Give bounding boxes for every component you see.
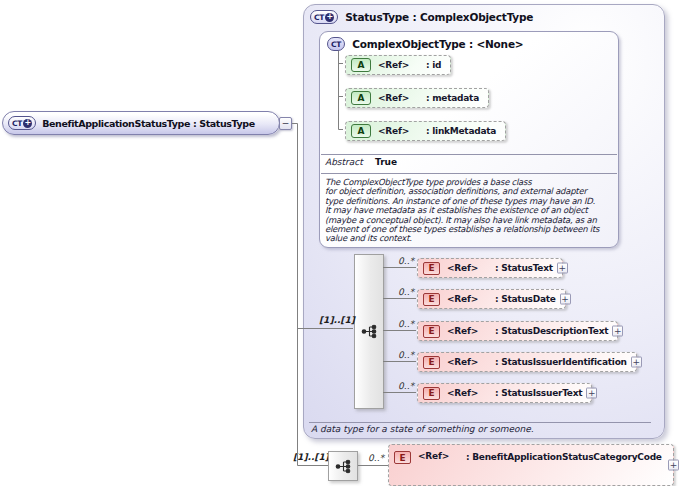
annotation-divider [309, 422, 651, 423]
element-icon: E [423, 293, 440, 306]
sequence-icon [335, 459, 352, 474]
element-ref: <Ref> [447, 388, 495, 398]
element-ref: <Ref> [447, 263, 495, 273]
element-node-statusissueridentification[interactable]: E <Ref> : StatusIssuerIdentification + [417, 352, 637, 372]
element-name: : StatusIssuerIdentification [495, 357, 627, 367]
statustype-box: CT + StatusType : ComplexObjectType CT C… [303, 4, 665, 439]
element-name: : StatusDate [495, 294, 556, 304]
statustype-title: StatusType : ComplexObjectType [345, 11, 533, 23]
occurs-label: 0..* [390, 256, 414, 266]
element-name: : StatusIssuerText [495, 388, 582, 398]
ct-glyph: CT [12, 119, 22, 128]
element-icon: E [423, 262, 440, 275]
expand-handle[interactable]: + [557, 263, 568, 274]
collapse-handle[interactable]: − [279, 117, 292, 130]
xsd-diagram: CT + BenefitApplicationStatusType : Stat… [0, 0, 696, 486]
derived-plus-icon: + [23, 119, 32, 128]
complex-type-icon: CT + [310, 10, 338, 24]
type-description: The ComplexObjectType type provides a ba… [325, 178, 617, 244]
occurs-label: 0..* [390, 381, 414, 391]
occurs-label: 0..* [360, 453, 384, 463]
element-ref: <Ref> [418, 451, 466, 461]
attribute-name: : linkMetadata [426, 126, 496, 136]
attribute-name: : id [426, 60, 441, 70]
complex-type-icon: CT + [8, 116, 36, 130]
plus-glyph: + [24, 119, 31, 127]
element-name: : StatusDescriptionText [495, 326, 608, 336]
element-name: : StatusText [495, 263, 553, 273]
attribute-node-id[interactable]: A <Ref> : id [345, 55, 451, 75]
occurs-label: 0..* [390, 287, 414, 297]
plus-glyph: + [326, 13, 333, 21]
element-node-statusdate[interactable]: E <Ref> : StatusDate + [417, 289, 566, 309]
expand-handle[interactable]: + [586, 388, 597, 399]
expand-handle[interactable]: + [668, 460, 679, 471]
element-node-statusissuertext[interactable]: E <Ref> : StatusIssuerText + [417, 383, 592, 403]
extension-sequence-cardinality: [1]..[1] [293, 452, 321, 462]
sequence-cardinality: [1]..[1] [319, 315, 353, 325]
element-node-statustext[interactable]: E <Ref> : StatusText + [417, 258, 563, 278]
expand-handle[interactable]: + [631, 357, 642, 368]
element-node-statusdescriptiontext[interactable]: E <Ref> : StatusDescriptionText + [417, 321, 618, 341]
complexobjecttype-box: CT ComplexObjectType : <None> A <Ref> : … [319, 31, 619, 248]
attribute-name: : metadata [426, 93, 479, 103]
element-node-benefitapplicationstatuscategorycode[interactable]: E <Ref> : BenefitApplicationStatusCatego… [388, 444, 674, 486]
complexobjecttype-title: ComplexObjectType : <None> [352, 38, 523, 50]
attribute-icon: A [351, 58, 371, 72]
extension-sequence-node[interactable] [328, 451, 358, 481]
complexobjecttype-header[interactable]: CT ComplexObjectType : <None> [327, 37, 523, 51]
statustype-header[interactable]: CT + StatusType : ComplexObjectType [310, 10, 533, 24]
element-name: : BenefitApplicationStatusCategoryCode [466, 451, 664, 463]
facet-divider [321, 154, 617, 155]
ct-glyph: CT [331, 40, 341, 49]
sequence-node[interactable] [354, 254, 384, 409]
derived-plus-icon: + [325, 13, 334, 22]
element-icon: E [394, 451, 411, 464]
element-ref: <Ref> [447, 326, 495, 336]
facet-value: True [375, 157, 397, 167]
element-icon: E [423, 356, 440, 369]
expand-handle[interactable]: + [612, 326, 623, 337]
attribute-icon: A [351, 91, 371, 105]
type-annotation: A data type for a state of something or … [311, 424, 534, 434]
facet-label: Abstract [325, 157, 375, 167]
occurs-label: 0..* [390, 319, 414, 329]
complex-type-icon: CT [327, 37, 345, 51]
attribute-ref: <Ref> [378, 93, 426, 103]
attribute-icon: A [351, 124, 371, 138]
attribute-node-linkmetadata[interactable]: A <Ref> : linkMetadata [345, 121, 506, 141]
attribute-node-metadata[interactable]: A <Ref> : metadata [345, 88, 489, 108]
abstract-facet: Abstract True [325, 157, 397, 167]
element-ref: <Ref> [447, 357, 495, 367]
root-type-node[interactable]: CT + BenefitApplicationStatusType : Stat… [2, 111, 280, 135]
expand-handle[interactable]: + [560, 294, 571, 305]
description-divider [321, 173, 617, 174]
ct-glyph: CT [314, 13, 324, 22]
element-ref: <Ref> [447, 294, 495, 304]
element-icon: E [423, 387, 440, 400]
sequence-icon [361, 324, 378, 339]
attribute-ref: <Ref> [378, 126, 426, 136]
attribute-ref: <Ref> [378, 60, 426, 70]
element-icon: E [423, 325, 440, 338]
root-type-label: BenefitApplicationStatusType : StatusTyp… [42, 118, 255, 129]
occurs-label: 0..* [390, 350, 414, 360]
